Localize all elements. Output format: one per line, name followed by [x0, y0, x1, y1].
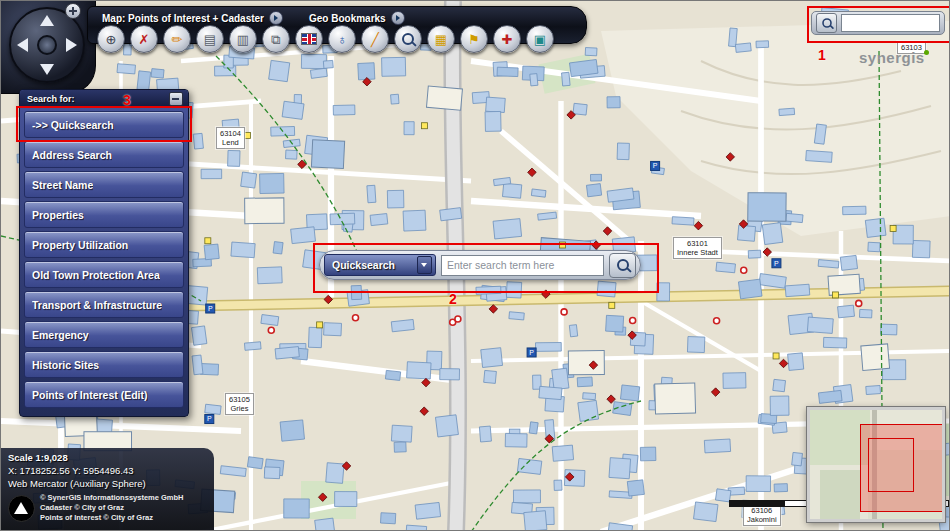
svg-text:P: P [207, 415, 212, 422]
annotation-number-2: 2 [449, 291, 457, 307]
credit-line: Points of Interest © City of Graz [40, 513, 183, 523]
logo-green-dot-icon [924, 50, 929, 55]
credit-line: Cadaster © City of Graz [40, 503, 183, 513]
district-label-gries: 63105 Gries [225, 393, 254, 415]
map-menu-label: Map: Points of Interest + Cadaster [102, 13, 264, 24]
magnifier-icon [822, 18, 832, 28]
pan-south-arrow-icon[interactable] [40, 64, 54, 75]
district-label-jakomini: 63106 Jakomini [743, 504, 781, 526]
coordinates-text: X: 1718252.56 Y: 5954496.43 [8, 465, 208, 478]
district-name: Jakomini [747, 515, 777, 524]
scale-text: Scale 1:9,028 [8, 452, 208, 465]
zoom-in-button[interactable] [65, 3, 81, 19]
map-menu[interactable]: Map: Points of Interest + Cadaster [102, 11, 283, 25]
magnifier-icon [402, 33, 414, 45]
status-panel: Scale 1:9,028 X: 1718252.56 Y: 5954496.4… [1, 448, 214, 531]
quicksearch-dropdown[interactable]: Quicksearch [324, 254, 436, 276]
chevron-right-icon[interactable] [269, 11, 283, 25]
menu-row: Map: Points of Interest + Cadaster Geo B… [88, 7, 586, 25]
flag-icon: ⚑ [468, 33, 480, 46]
svg-text:P: P [529, 349, 534, 356]
toolbar-button-bookmark-flag[interactable]: ⚑ [460, 25, 488, 53]
sidebar-item-property-utilization[interactable]: Property Utilization [24, 231, 184, 258]
district-label-lend: 63104 Lend [216, 127, 245, 149]
search-panel: Search for: ->> Quicksearch Address Sear… [19, 89, 189, 417]
svg-text:P: P [653, 162, 658, 169]
sidebar-item-address-search[interactable]: Address Search [24, 141, 184, 168]
search-panel-header[interactable]: Search for: [20, 90, 188, 107]
sidebar-item-label: ->> Quicksearch [32, 119, 114, 131]
quicksearch-input[interactable] [441, 255, 604, 276]
quicksearch-dropdown-value: Quicksearch [332, 259, 395, 271]
toolbar-button-sketch[interactable]: ✏ [163, 25, 191, 53]
overview-extent-inner-box [868, 438, 914, 492]
overview-map[interactable] [807, 407, 945, 522]
sidebar-item-label: Address Search [32, 149, 112, 161]
topright-search-input[interactable] [841, 14, 940, 32]
district-code: 63105 [229, 395, 250, 404]
toolbar-button-chart[interactable]: ▦ [427, 25, 455, 53]
sidebar-item-label: Historic Sites [32, 359, 99, 371]
chart-icon: ▦ [435, 33, 447, 46]
compass-center-icon[interactable] [37, 35, 57, 55]
sidebar-item-properties[interactable]: Properties [24, 201, 184, 228]
panel-minimize-icon[interactable] [169, 92, 183, 106]
sidebar-item-points-of-interest-edit[interactable]: Points of Interest (Edit) [24, 381, 184, 408]
chevron-right-icon[interactable] [391, 11, 405, 25]
add-info-icon: ✚ [502, 33, 513, 46]
globe-icon: ♁ [337, 33, 347, 46]
sidebar-item-label: Emergency [32, 329, 89, 341]
sidebar-item-transport-infrastructure[interactable]: Transport & Infrastructure [24, 291, 184, 318]
printer-settings-icon: ▥ [237, 33, 249, 46]
annotation-number-3: 3 [123, 92, 131, 108]
pencil-icon: ✏ [172, 33, 183, 46]
save-icon: ▣ [534, 33, 546, 46]
geo-bookmarks-menu[interactable]: Geo Bookmarks [309, 11, 405, 25]
toolbar-button-copy[interactable]: ⧉ [262, 25, 290, 53]
pan-west-arrow-icon[interactable] [17, 38, 28, 52]
geo-bookmarks-label: Geo Bookmarks [309, 13, 386, 24]
sidebar-item-label: Property Utilization [32, 239, 128, 251]
toolbar-button-zoom[interactable] [394, 25, 422, 53]
overview-terrain [820, 470, 860, 520]
search-panel-title: Search for: [27, 94, 75, 104]
district-code: 63104 [220, 129, 241, 138]
sidebar-item-street-name[interactable]: Street Name [24, 171, 184, 198]
sidebar-item-quicksearch[interactable]: ->> Quicksearch [24, 111, 184, 138]
toolbar-button-save[interactable]: ▣ [526, 25, 554, 53]
toolbar-button-language[interactable] [295, 25, 323, 53]
toolbar-button-add-info[interactable]: ✚ [493, 25, 521, 53]
toolbar-button-measure[interactable]: ╱ [361, 25, 389, 53]
sidebar-item-label: Old Town Protection Area [32, 269, 160, 281]
district-code: 63106 [747, 506, 777, 515]
annotation-number-1: 1 [818, 47, 826, 63]
district-code: 63101 [677, 239, 718, 248]
topright-search-button[interactable] [816, 13, 837, 33]
sidebar-item-old-town-protection-area[interactable]: Old Town Protection Area [24, 261, 184, 288]
app-root: PPPPPP 63104 Lend 63101 Innere Stadt 631… [0, 0, 950, 531]
toolbar-button-print[interactable]: ▤ [196, 25, 224, 53]
identify-icon: ⊕ [106, 33, 117, 46]
synergis-logo: synergis [859, 49, 925, 66]
toolbar-button-edit-tools[interactable]: ✗ [130, 25, 158, 53]
projection-text: Web Mercator (Auxiliary Sphere) [8, 478, 208, 491]
sidebar-item-emergency[interactable]: Emergency [24, 321, 184, 348]
sidebar-item-label: Street Name [32, 179, 93, 191]
pan-north-arrow-icon[interactable] [40, 15, 54, 26]
copy-icon: ⧉ [271, 33, 280, 46]
svg-text:P: P [774, 260, 779, 267]
quicksearch-go-button[interactable] [609, 253, 636, 278]
toolbar-button-print-settings[interactable]: ▥ [229, 25, 257, 53]
logo-text: synergis [859, 49, 925, 66]
pan-east-arrow-icon[interactable] [66, 38, 77, 52]
toolbar: ⊕ ✗ ✏ ▤ ▥ ⧉ ♁ ╱ ▦ ⚑ ✚ ▣ [97, 25, 554, 53]
language-flag-icon [301, 33, 317, 45]
sidebar-item-historic-sites[interactable]: Historic Sites [24, 351, 184, 378]
district-name: Gries [229, 404, 250, 413]
credits: © SynerGIS Informationssysteme GmbH Cada… [8, 493, 208, 522]
chevron-down-icon[interactable] [417, 256, 432, 274]
toolbar-button-globe[interactable]: ♁ [328, 25, 356, 53]
sidebar-item-label: Transport & Infrastructure [32, 299, 162, 311]
quicksearch-bar: Quicksearch [319, 250, 641, 280]
toolbar-button-identify[interactable]: ⊕ [97, 25, 125, 53]
